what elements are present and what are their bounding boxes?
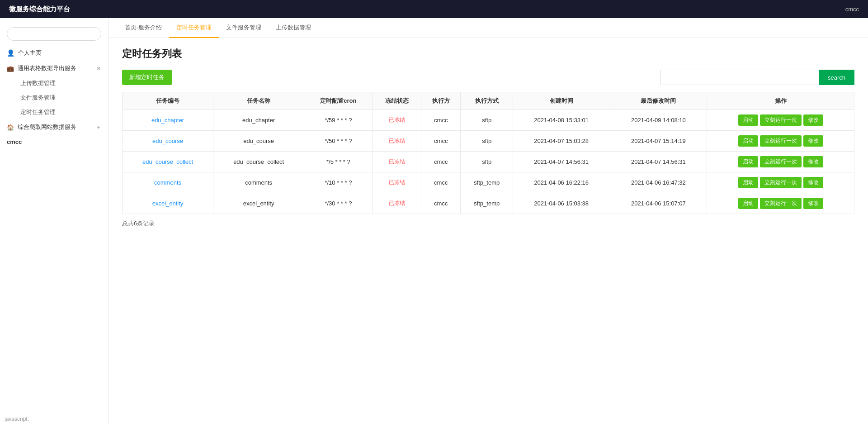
top-header: 微服务综合能力平台 cmcc bbox=[0, 0, 868, 18]
sidebar: 👤 个人主页 💼 通用表格数据导出服务 ✕ 上传数据管理 文件服务管理 定时任务… bbox=[0, 18, 108, 424]
sidebar-item-file[interactable]: 文件服务管理 bbox=[14, 91, 108, 105]
edit-button[interactable]: 修改 bbox=[803, 114, 823, 126]
table-cell: 2021-04-07 14:56:31 bbox=[610, 152, 707, 172]
start-button[interactable]: 启动 bbox=[738, 177, 758, 188]
table-cell: 2021-04-06 16:47:32 bbox=[610, 172, 707, 193]
run-once-button[interactable]: 立刻运行一次 bbox=[760, 135, 802, 147]
search-input[interactable] bbox=[660, 70, 819, 85]
table-cell: */5 * * * ? bbox=[304, 152, 373, 172]
start-button[interactable]: 启动 bbox=[738, 156, 758, 167]
task-table: 任务编号任务名称定时配置cron冻结状态执行方执行方式创建时间最后修改时间操作 … bbox=[122, 92, 854, 214]
tab-item[interactable]: 首页-服务介绍 bbox=[118, 18, 169, 38]
expand-icon[interactable]: ＋ bbox=[95, 123, 101, 131]
main-content: 首页-服务介绍定时任务管理文件服务管理上传数据管理 定时任务列表 新增定时任务 … bbox=[108, 18, 868, 424]
table-header: 执行方式 bbox=[461, 92, 513, 110]
sidebar-personal-label: 个人主页 bbox=[18, 49, 42, 57]
edit-button[interactable]: 修改 bbox=[803, 135, 823, 147]
table-cell: cmcc bbox=[421, 172, 461, 193]
action-cell: 启动立刻运行一次修改 bbox=[707, 193, 854, 214]
sidebar-section-service2[interactable]: 🏠 综合爬取网站数据服务 ＋ bbox=[0, 119, 108, 135]
home-icon: 🏠 bbox=[7, 124, 14, 131]
app-title: 微服务综合能力平台 bbox=[9, 5, 70, 14]
table-cell: */10 * * * ? bbox=[304, 172, 373, 193]
run-once-button[interactable]: 立刻运行一次 bbox=[760, 114, 802, 126]
sidebar-item-personal[interactable]: 👤 个人主页 bbox=[0, 45, 108, 61]
table-header: 执行方 bbox=[421, 92, 461, 110]
table-cell: 2021-04-08 15:33:01 bbox=[513, 110, 610, 131]
task-id-link[interactable]: excel_entity bbox=[152, 200, 184, 207]
table-header: 最后修改时间 bbox=[610, 92, 707, 110]
table-cell: */59 * * * ? bbox=[304, 110, 373, 131]
edit-button[interactable]: 修改 bbox=[803, 156, 823, 167]
task-id-link[interactable]: edu_course_collect bbox=[142, 158, 193, 165]
user-icon: 👤 bbox=[7, 49, 14, 57]
table-cell: 2021-04-07 14:56:31 bbox=[513, 152, 610, 172]
table-cell: */30 * * * ? bbox=[304, 193, 373, 214]
sidebar-sub-items: 上传数据管理 文件服务管理 定时任务管理 bbox=[0, 76, 108, 119]
table-header-row: 任务编号任务名称定时配置cron冻结状态执行方执行方式创建时间最后修改时间操作 bbox=[123, 92, 854, 110]
status-badge: 已冻结 bbox=[389, 158, 405, 165]
tab-nav: 首页-服务介绍定时任务管理文件服务管理上传数据管理 bbox=[108, 18, 868, 38]
action-cell: 启动立刻运行一次修改 bbox=[707, 131, 854, 152]
table-header: 冻结状态 bbox=[373, 92, 421, 110]
edit-button[interactable]: 修改 bbox=[803, 198, 823, 209]
sidebar-service1-label: 通用表格数据导出服务 bbox=[18, 64, 76, 72]
sidebar-item-schedule[interactable]: 定时任务管理 bbox=[14, 105, 108, 119]
table-cell: 2021-04-07 15:14:19 bbox=[610, 131, 707, 152]
table-row: edu_course_collectedu_course_collect*/5 … bbox=[123, 152, 854, 172]
tab-item[interactable]: 定时任务管理 bbox=[169, 18, 219, 38]
briefcase-icon: 💼 bbox=[7, 65, 14, 72]
total-info: 总共6条记录 bbox=[122, 219, 854, 228]
run-once-button[interactable]: 立刻运行一次 bbox=[760, 198, 802, 209]
table-cell: comments bbox=[213, 172, 304, 193]
table-row: excel_entityexcel_entity*/30 * * * ?已冻结c… bbox=[123, 193, 854, 214]
table-cell: cmcc bbox=[421, 131, 461, 152]
tab-item[interactable]: 上传数据管理 bbox=[269, 18, 318, 38]
tab-item[interactable]: 文件服务管理 bbox=[219, 18, 269, 38]
status-badge: 已冻结 bbox=[389, 200, 405, 206]
start-button[interactable]: 启动 bbox=[738, 198, 758, 209]
page-title: 定时任务列表 bbox=[122, 47, 854, 61]
table-row: edu_chapteredu_chapter*/59 * * * ?已冻结cmc… bbox=[123, 110, 854, 131]
run-once-button[interactable]: 立刻运行一次 bbox=[760, 156, 802, 167]
toolbar: 新增定时任务 search bbox=[122, 70, 854, 85]
table-cell: sftp bbox=[461, 152, 513, 172]
sidebar-service2-label: 综合爬取网站数据服务 bbox=[18, 123, 76, 131]
task-id-link[interactable]: comments bbox=[154, 179, 181, 186]
table-cell: 2021-04-07 15:03:28 bbox=[513, 131, 610, 152]
start-button[interactable]: 启动 bbox=[738, 135, 758, 147]
content-area: 定时任务列表 新增定时任务 search 任务编号任务名称定时配置cron冻结状… bbox=[108, 38, 868, 237]
sidebar-search-input[interactable] bbox=[7, 27, 101, 41]
edit-button[interactable]: 修改 bbox=[803, 177, 823, 188]
table-header: 创建时间 bbox=[513, 92, 610, 110]
table-cell: sftp_temp bbox=[461, 172, 513, 193]
sidebar-section-service1[interactable]: 💼 通用表格数据导出服务 ✕ bbox=[0, 61, 108, 76]
table-cell: 2021-04-06 16:22:16 bbox=[513, 172, 610, 193]
table-cell: edu_course bbox=[213, 131, 304, 152]
table-cell: 2021-04-06 15:07:07 bbox=[610, 193, 707, 214]
sidebar-user-label: cmcc bbox=[0, 135, 108, 149]
table-header: 任务编号 bbox=[123, 92, 213, 110]
action-cell: 启动立刻运行一次修改 bbox=[707, 152, 854, 172]
task-id-link[interactable]: edu_course bbox=[152, 138, 183, 144]
search-bar: search bbox=[660, 70, 854, 85]
table-cell: cmcc bbox=[421, 193, 461, 214]
task-id-link[interactable]: edu_chapter bbox=[151, 117, 184, 124]
add-task-button[interactable]: 新增定时任务 bbox=[122, 70, 172, 85]
sidebar-item-upload[interactable]: 上传数据管理 bbox=[14, 76, 108, 91]
sidebar-search-container bbox=[0, 23, 108, 45]
table-header: 任务名称 bbox=[213, 92, 304, 110]
run-once-button[interactable]: 立刻运行一次 bbox=[760, 177, 802, 188]
table-row: commentscomments*/10 * * * ?已冻结cmccsftp_… bbox=[123, 172, 854, 193]
table-cell: sftp bbox=[461, 110, 513, 131]
table-cell: 2021-04-06 15:03:38 bbox=[513, 193, 610, 214]
table-cell: edu_course_collect bbox=[213, 152, 304, 172]
status-badge: 已冻结 bbox=[389, 138, 405, 144]
table-header: 操作 bbox=[707, 92, 854, 110]
search-button[interactable]: search bbox=[819, 70, 854, 85]
status-badge: 已冻结 bbox=[389, 117, 405, 123]
start-button[interactable]: 启动 bbox=[738, 114, 758, 126]
action-cell: 启动立刻运行一次修改 bbox=[707, 110, 854, 131]
bottom-text: javascript; bbox=[5, 416, 29, 422]
collapse-icon[interactable]: ✕ bbox=[96, 65, 101, 72]
